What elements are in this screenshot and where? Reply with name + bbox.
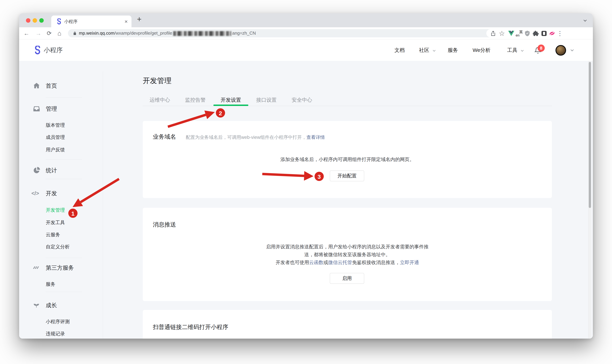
browser-tab[interactable]: 小程序 × xyxy=(51,15,132,27)
pie-chart-icon xyxy=(33,167,40,174)
lock-icon xyxy=(73,31,77,36)
miniprogram-favicon-icon xyxy=(56,18,62,25)
back-button[interactable]: ← xyxy=(23,30,30,37)
reload-button[interactable]: ⟳ xyxy=(45,30,53,37)
nav-services[interactable]: 服务 xyxy=(448,47,458,54)
cloud-function-link[interactable]: 云函数 xyxy=(309,260,323,265)
reader-frame-icon[interactable] xyxy=(541,30,548,37)
url-path: /wxamp/devprofile/get_profile xyxy=(114,30,172,36)
user-avatar[interactable] xyxy=(556,45,566,56)
close-window-button[interactable] xyxy=(26,18,30,23)
browser-window: 小程序 × + ← → ⟳ ⌂ mp.weixin.qq.com/wxamp/d… xyxy=(19,13,593,338)
sprout-icon xyxy=(33,301,40,309)
nav-community[interactable]: 社区 xyxy=(419,47,429,54)
message-push-title: 消息推送 xyxy=(153,221,176,229)
forward-button[interactable]: → xyxy=(35,30,42,37)
tab-close-icon[interactable]: × xyxy=(124,18,128,25)
page-content: 首页 管理 版本管理 成员管理 用户反馈 统计 </> 开发 开发管理 开发工具… xyxy=(19,61,593,338)
url-text: mp.weixin.qq.com/wxamp/devprofile/get_pr… xyxy=(79,30,256,36)
cloud-hosting-link[interactable]: 微信云托管 xyxy=(328,260,352,265)
view-details-link[interactable]: 查看详情 xyxy=(307,135,325,140)
bookmark-star-icon[interactable]: ☆ xyxy=(498,30,505,37)
tab-develop-settings[interactable]: 开发设置 xyxy=(221,97,241,104)
tab-strip: 小程序 × + xyxy=(19,13,593,27)
business-domain-body: 添加业务域名后，小程序内可调用组件打开限定域名内的网页。 xyxy=(143,156,552,163)
miniprogram-logo-icon xyxy=(33,46,42,55)
minimize-window-button[interactable] xyxy=(33,18,37,23)
shield-check-icon[interactable] xyxy=(524,30,531,37)
nav-community-chevron-down-icon xyxy=(433,49,435,52)
sidebar-item-develop[interactable]: 开发 xyxy=(46,190,57,197)
sidebar-item-develop-manage[interactable]: 开发管理 xyxy=(46,207,65,213)
sidebar-item-develop-tools[interactable]: 开发工具 xyxy=(46,219,65,226)
sidebar-item-statistics[interactable]: 统计 xyxy=(46,167,57,174)
sidebar-item-growth[interactable]: 成长 xyxy=(46,301,57,309)
account-chevron-down-icon[interactable] xyxy=(571,48,573,52)
section-tabs: 运维中心 监控告警 开发设置 接口设置 安全中心 xyxy=(150,94,312,105)
sidebar-item-home[interactable]: 首页 xyxy=(46,82,57,90)
sidebar-section-divider xyxy=(46,179,82,179)
business-domain-title: 业务域名 xyxy=(153,133,176,141)
browser-menu-icon[interactable]: ⋮ xyxy=(556,30,563,37)
sidebar-item-member-manage[interactable]: 成员管理 xyxy=(46,134,65,141)
third-party-icon xyxy=(33,264,40,272)
puzzle-extensions-icon[interactable] xyxy=(532,30,539,37)
vue-devtools-icon[interactable] xyxy=(508,30,515,37)
tab-ops-center[interactable]: 运维中心 xyxy=(150,97,170,104)
browser-toolbar: ← → ⟳ ⌂ mp.weixin.qq.com/wxamp/devprofil… xyxy=(19,27,593,39)
address-bar[interactable]: mp.weixin.qq.com/wxamp/devprofile/get_pr… xyxy=(68,29,505,37)
tab-api-settings[interactable]: 接口设置 xyxy=(256,97,277,104)
tab-title: 小程序 xyxy=(64,18,78,24)
tab-security-center[interactable]: 安全中心 xyxy=(292,97,312,104)
tab-monitor-alert[interactable]: 监控告警 xyxy=(185,97,205,104)
business-domain-desc: 配置为业务域名后，可调用web-view组件在小程序中打开，查看详情 xyxy=(186,134,325,140)
site-header: 小程序 文档 社区 服务 We分析 工具 8 xyxy=(19,39,593,61)
start-config-button[interactable]: 开始配置 xyxy=(330,170,364,181)
sidebar-section-divider xyxy=(46,97,82,98)
translate-icon[interactable]: 英 en xyxy=(516,30,523,37)
sidebar-item-user-feedback[interactable]: 用户反馈 xyxy=(46,146,65,153)
enable-button[interactable]: 启用 xyxy=(330,273,364,284)
sidebar-item-third-party[interactable]: 第三方服务 xyxy=(46,264,74,272)
nav-we-analytics[interactable]: We分析 xyxy=(473,47,490,54)
tray-icon xyxy=(33,105,40,113)
home-icon xyxy=(33,82,40,90)
nav-docs[interactable]: 文档 xyxy=(394,47,405,54)
sidebar-item-miniprogram-review[interactable]: 小程序评测 xyxy=(46,318,70,325)
sidebar-item-violation-records[interactable]: 违规记录 xyxy=(46,331,65,337)
code-icon: </> xyxy=(31,190,39,196)
brand-title: 小程序 xyxy=(44,46,63,54)
kiss-lips-icon[interactable] xyxy=(548,30,556,37)
sidebar-item-service[interactable]: 服务 xyxy=(46,281,55,287)
sidebar-item-version-manage[interactable]: 版本管理 xyxy=(46,122,65,129)
zoom-window-button[interactable] xyxy=(39,18,44,23)
screenshot-canvas: 小程序 × + ← → ⟳ ⌂ mp.weixin.qq.com/wxamp/d… xyxy=(0,0,612,364)
nav-tools-chevron-down-icon xyxy=(521,49,523,52)
share-icon[interactable] xyxy=(490,30,497,37)
new-tab-button[interactable]: + xyxy=(137,14,142,24)
sidebar-section-divider xyxy=(46,292,82,292)
message-push-body: 启用并设置消息推送配置后，用户发给小程序的消息以及开发者需要的事件推 送，都将被… xyxy=(143,243,552,266)
sidebar-item-manage[interactable]: 管理 xyxy=(46,105,57,113)
sidebar-item-custom-analytics[interactable]: 自定义分析 xyxy=(46,244,70,250)
home-button[interactable]: ⌂ xyxy=(56,30,63,37)
nav-tools[interactable]: 工具 xyxy=(507,47,517,54)
notification-count-badge: 8 xyxy=(538,45,545,52)
sidebar-section-divider xyxy=(46,159,82,160)
page-title: 开发管理 xyxy=(143,76,171,85)
sidebar-item-cloud-service[interactable]: 云服务 xyxy=(46,232,60,238)
active-tab-underline xyxy=(213,104,248,106)
url-redacted-segment xyxy=(173,31,231,36)
tabstrip-chevron-down-icon[interactable] xyxy=(584,19,586,22)
qr-link-title: 扫普通链接二维码打开小程序 xyxy=(153,323,228,331)
url-domain: mp.weixin.qq.com xyxy=(79,30,114,36)
url-suffix: ang=zh_CN xyxy=(232,30,256,36)
page-scrollbar-thumb[interactable] xyxy=(589,62,591,208)
activate-now-link[interactable]: 立即开通 xyxy=(400,260,419,265)
tabs-baseline xyxy=(143,106,552,106)
